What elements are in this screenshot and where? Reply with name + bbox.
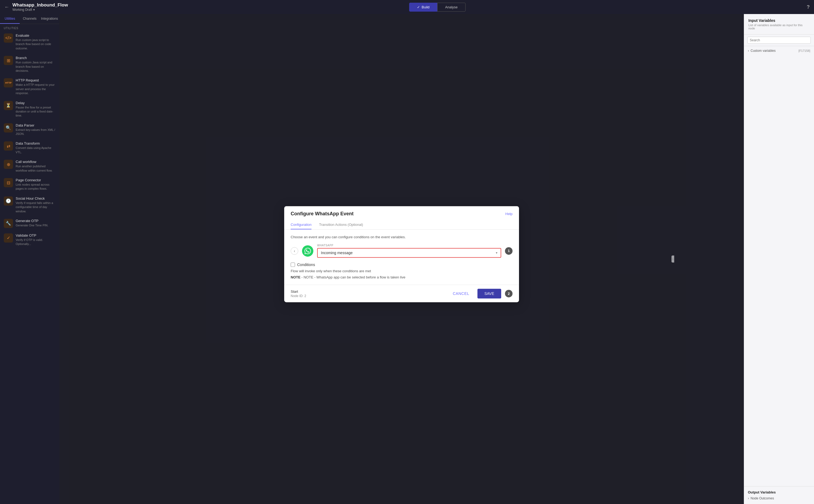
evaluate-icon: </> (4, 33, 13, 43)
right-panel-header: Input Variables List of variables availa… (744, 14, 814, 35)
sidebar: Utilities Channels Integrations UTILITIE… (0, 14, 59, 504)
event-value: Incoming message (321, 251, 353, 255)
custom-variables-section[interactable]: › Custom variables [F17158] (744, 46, 814, 55)
call-workflow-icon: ⊕ (4, 160, 13, 169)
step-2-badge: 2 (505, 290, 513, 297)
generate-otp-icon: 🔧 (4, 219, 13, 228)
analyse-tab[interactable]: Analyse (437, 3, 465, 12)
modal-description: Choose an event and you can configure co… (291, 235, 513, 239)
modal-title: Configure WhatsApp Event (291, 211, 354, 217)
note-text: NOTE - NOTE - WhatsApp app can be select… (291, 275, 513, 279)
flow-name: Whatsapp_Inbound_Flow (12, 2, 68, 8)
http-request-icon: HTTP (4, 78, 13, 87)
event-dropdown[interactable]: Incoming message ▾ (317, 248, 501, 258)
social-hour-check-icon: 🕐 (4, 196, 13, 206)
whatsapp-icon (302, 245, 313, 257)
sidebar-tab-channels[interactable]: Channels (20, 14, 39, 24)
conditions-row: Conditions (291, 263, 513, 267)
generate-otp-text: Generate OTP Generate One Time PIN. (16, 219, 48, 227)
footer-start-label: Start (291, 290, 306, 294)
branch-icon: ⊞ (4, 56, 13, 65)
event-dropdown-wrapper: WHATSAPP Incoming message ▾ (317, 244, 501, 258)
dropdown-arrow-icon: ▾ (496, 251, 497, 255)
topbar-tabs: ✓ Build Analyse (71, 3, 803, 12)
validate-otp-icon: ✓ (4, 233, 13, 243)
sidebar-tabs: Utilities Channels Integrations (0, 14, 59, 24)
configure-whatsapp-modal: Configure WhatsApp Event Help Configurat… (284, 206, 519, 302)
sidebar-item-page-connector[interactable]: ⊟ Page Connector Link nodes spread acros… (0, 175, 59, 194)
help-button[interactable]: ? (807, 4, 810, 10)
validate-otp-text: Validate OTP Verify if OTP is valid. Opt… (16, 233, 56, 246)
sidebar-section-title: UTILITIES (0, 24, 59, 31)
sidebar-item-evaluate[interactable]: </> Evaluate Run custom java script to b… (0, 31, 59, 53)
output-variables-title: Output Variables (748, 490, 810, 494)
chevron-right-icon: › (748, 49, 749, 53)
sidebar-item-data-parser[interactable]: 🔍 Data Parser Extract key-values from XM… (0, 121, 59, 139)
topbar: ← Whatsapp_Inbound_Flow Working Draft ▾ … (0, 0, 814, 14)
input-variables-desc: List of variables available as input for… (748, 23, 810, 30)
data-transform-icon: ⇄ (4, 141, 13, 151)
back-button[interactable]: ← (4, 4, 9, 10)
sidebar-tab-utilities[interactable]: Utilities (0, 14, 20, 24)
delay-icon: ⏳ (4, 101, 13, 110)
footer-node-id: Node ID: 2 (291, 294, 306, 298)
tab-transition-actions[interactable]: Transition Actions (Optional) (319, 220, 363, 229)
evaluate-text: Evaluate Run custom java script to branc… (16, 33, 56, 50)
sidebar-tab-integrations[interactable]: Integrations (40, 14, 59, 24)
canvas-area: Configure WhatsApp Event Help Configurat… (59, 14, 744, 504)
page-connector-icon: ⊟ (4, 178, 13, 187)
main-layout: Utilities Channels Integrations UTILITIE… (0, 14, 814, 504)
conditions-label: Conditions (297, 263, 315, 267)
data-transform-text: Data Transform Convert data using Apache… (16, 141, 56, 154)
data-parser-icon: 🔍 (4, 123, 13, 132)
cancel-button[interactable]: CANCEL (449, 289, 474, 298)
sidebar-item-call-workflow[interactable]: ⊕ Call workflow Run another published wo… (0, 157, 59, 175)
footer-info: Start Node ID: 2 (291, 290, 306, 298)
delay-text: Delay Pause the flow for a preset durati… (16, 101, 56, 118)
sidebar-item-generate-otp[interactable]: 🔧 Generate OTP Generate One Time PIN. (0, 216, 59, 231)
input-variables-title: Input Variables (748, 18, 810, 23)
sidebar-item-http-request[interactable]: HTTP HTTP Request Make a HTTP request to… (0, 76, 59, 98)
check-icon: ✓ (417, 5, 420, 9)
modal-help-link[interactable]: Help (505, 212, 513, 216)
right-panel-bottom: Output Variables › Node Outcomes (744, 486, 814, 504)
custom-variables-badge: [F17158] (799, 49, 810, 52)
event-nav-prev-button[interactable]: ‹ (291, 247, 298, 255)
draft-status[interactable]: Working Draft ▾ (12, 8, 68, 12)
flow-title-area: Whatsapp_Inbound_Flow Working Draft ▾ (12, 2, 68, 12)
step-1-badge: 1 (505, 247, 513, 255)
search-input[interactable] (747, 37, 811, 44)
modal-tabs: Configuration Transition Actions (Option… (284, 220, 519, 230)
sidebar-item-validate-otp[interactable]: ✓ Validate OTP Verify if OTP is valid. O… (0, 231, 59, 249)
page-connector-text: Page Connector Link nodes spread across … (16, 178, 56, 191)
data-parser-text: Data Parser Extract key-values from XML … (16, 123, 56, 136)
channel-label: WHATSAPP (317, 244, 501, 247)
footer-actions: CANCEL SAVE 2 (449, 289, 513, 298)
chevron-right-icon-2: › (748, 496, 749, 500)
sidebar-item-delay[interactable]: ⏳ Delay Pause the flow for a preset dura… (0, 98, 59, 121)
node-outcomes-section[interactable]: › Node Outcomes (748, 496, 810, 500)
call-workflow-text: Call workflow Run another published work… (16, 160, 56, 173)
right-panel: Input Variables List of variables availa… (744, 14, 814, 504)
topbar-right: ? (807, 4, 810, 10)
sidebar-item-social-hour-check[interactable]: 🕐 Social Hour Check Verify if request fa… (0, 194, 59, 216)
branch-text: Branch Run custom Java script and branch… (16, 56, 56, 73)
right-panel-search (744, 35, 814, 46)
conditions-description: Flow will invoke only when these conditi… (291, 269, 513, 273)
social-hour-check-text: Social Hour Check Verify if request fall… (16, 196, 56, 213)
modal-footer: Start Node ID: 2 CANCEL SAVE 2 (284, 285, 519, 302)
modal-body: Choose an event and you can configure co… (284, 230, 519, 285)
custom-variables-toggle: › Custom variables (748, 49, 776, 53)
sidebar-item-data-transform[interactable]: ⇄ Data Transform Convert data using Apac… (0, 139, 59, 157)
tab-configuration[interactable]: Configuration (291, 220, 311, 229)
conditions-checkbox[interactable] (291, 263, 295, 267)
event-selector: ‹ WHATSAPP Incoming message ▾ (291, 244, 513, 258)
sidebar-item-branch[interactable]: ⊞ Branch Run custom Java script and bran… (0, 53, 59, 76)
modal-header: Configure WhatsApp Event Help (284, 206, 519, 217)
build-tab[interactable]: ✓ Build (409, 3, 437, 12)
http-request-text: HTTP Request Make a HTTP request to your… (16, 78, 56, 95)
save-button[interactable]: SAVE (477, 289, 501, 298)
